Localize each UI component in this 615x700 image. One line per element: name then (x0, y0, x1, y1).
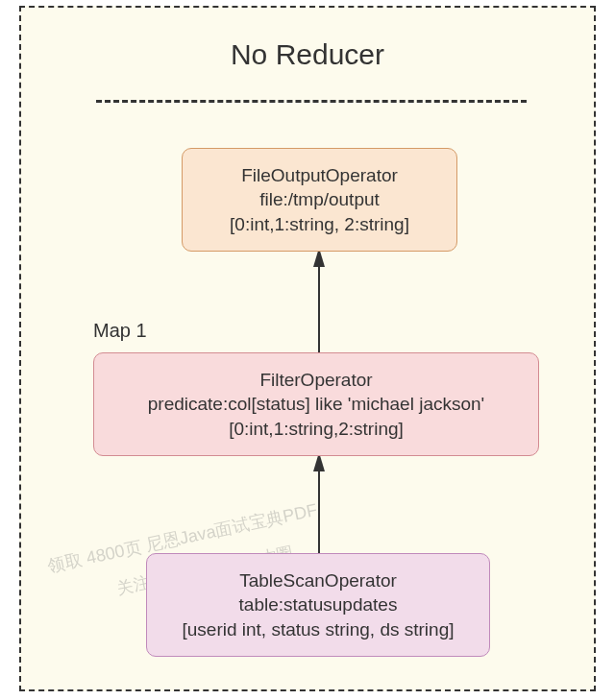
diagram-title: No Reducer (21, 38, 594, 71)
arrow-filter-to-output (308, 252, 330, 352)
node-file-output-operator: FileOutputOperator file:/tmp/output [0:i… (182, 148, 457, 252)
title-divider (96, 100, 527, 103)
node-prop: file:/tmp/output (259, 187, 380, 212)
node-prop: table:statusupdates (239, 592, 398, 617)
node-filter-operator: FilterOperator predicate:col[status] lik… (93, 352, 539, 456)
node-table-scan-operator: TableScanOperator table:statusupdates [u… (146, 553, 490, 657)
node-schema: [0:int,1:string,2:string] (229, 417, 404, 442)
node-name: TableScanOperator (239, 568, 397, 593)
node-schema: [0:int,1:string, 2:string] (230, 212, 409, 237)
stage-label-map1: Map 1 (93, 320, 147, 342)
node-name: FilterOperator (259, 368, 372, 393)
diagram-frame: No Reducer FileOutputOperator file:/tmp/… (19, 6, 596, 691)
node-schema: [userid int, status string, ds string] (182, 617, 454, 642)
node-prop: predicate:col[status] like 'michael jack… (148, 392, 484, 417)
node-name: FileOutputOperator (241, 163, 398, 188)
